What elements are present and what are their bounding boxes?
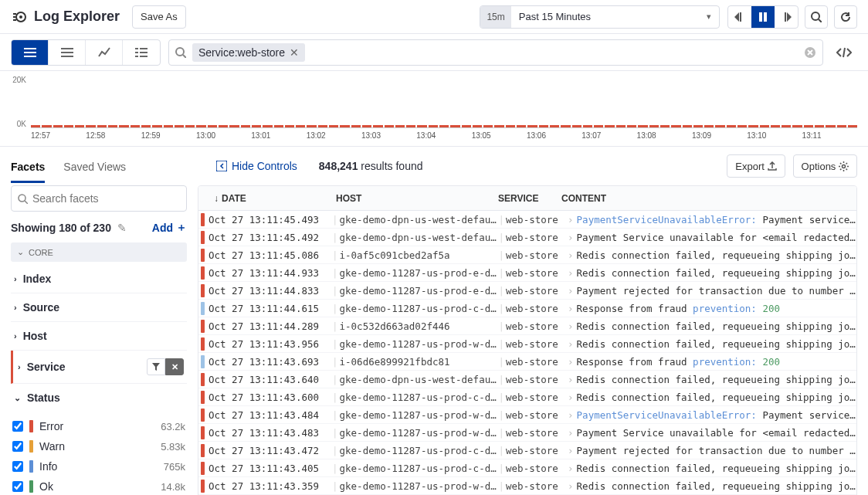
log-row[interactable]: Oct 27 13:11:43.483|gke-demo-11287-us-pr… (198, 424, 856, 442)
histogram-bar[interactable] (815, 125, 824, 127)
code-toggle-button[interactable] (831, 39, 857, 66)
histogram-bar[interactable] (329, 125, 338, 127)
histogram-bar[interactable] (450, 125, 459, 127)
log-row[interactable]: Oct 27 13:11:43.600|gke-demo-11287-us-pr… (198, 388, 856, 406)
status-checkbox[interactable] (12, 441, 23, 452)
histogram-bars[interactable] (31, 76, 857, 128)
histogram-bar[interactable] (229, 125, 239, 127)
pause-button[interactable] (751, 6, 775, 28)
histogram-bar[interactable] (340, 125, 349, 127)
facet-service[interactable]: ›Service ✕ (11, 351, 187, 384)
histogram-bar[interactable] (108, 125, 117, 127)
histogram-bar[interactable] (826, 125, 835, 127)
histogram-bar[interactable] (97, 125, 107, 127)
histogram-bar[interactable] (649, 125, 659, 127)
histogram-bar[interactable] (185, 125, 195, 127)
histogram-bar[interactable] (462, 125, 471, 127)
facet-search-input[interactable] (32, 192, 180, 205)
histogram-bar[interactable] (848, 125, 857, 127)
histogram-bar[interactable] (86, 125, 95, 127)
histogram-bar[interactable] (53, 125, 63, 127)
log-row[interactable]: Oct 27 13:11:43.484|gke-demo-11287-us-pr… (198, 406, 856, 424)
histogram-bar[interactable] (164, 125, 173, 127)
histogram-bar[interactable] (704, 125, 714, 127)
histogram-bar[interactable] (517, 125, 526, 127)
col-date[interactable]: ↓DATE (208, 193, 331, 204)
tab-facets[interactable]: Facets (11, 150, 45, 183)
log-row[interactable]: Oct 27 13:11:45.492|gke-demo-dpn-us-west… (198, 229, 856, 246)
status-checkbox[interactable] (12, 461, 23, 472)
histogram-bar[interactable] (285, 125, 294, 127)
histogram-bar[interactable] (561, 125, 570, 127)
histogram-bar[interactable] (429, 125, 438, 127)
histogram-bar[interactable] (42, 125, 51, 127)
histogram-bar[interactable] (693, 125, 703, 127)
facet-clear-button[interactable]: ✕ (165, 358, 184, 375)
col-host[interactable]: HOST (331, 193, 493, 204)
query-input[interactable] (311, 46, 798, 59)
histogram-bar[interactable] (616, 125, 626, 127)
status-item-ok[interactable]: Ok14.8k (11, 476, 187, 495)
status-checkbox[interactable] (12, 421, 23, 432)
histogram-bar[interactable] (572, 125, 581, 127)
col-content[interactable]: CONTENT (557, 193, 856, 204)
filter-pill[interactable]: Service:web-store ✕ (192, 43, 305, 62)
add-facet-button[interactable]: Add ＋ (152, 221, 187, 235)
step-back-button[interactable] (728, 6, 751, 28)
tab-saved-views[interactable]: Saved Views (63, 150, 126, 183)
histogram-bar[interactable] (274, 125, 283, 127)
histogram-bar[interactable] (219, 125, 228, 127)
step-forward-button[interactable] (775, 6, 798, 28)
histogram-bar[interactable] (307, 125, 316, 127)
col-service[interactable]: SERVICE (493, 193, 557, 204)
histogram-bar[interactable] (683, 125, 692, 127)
histogram-bar[interactable] (395, 125, 405, 127)
log-row[interactable]: Oct 27 13:11:43.472|gke-demo-11287-us-pr… (198, 442, 856, 459)
histogram-bar[interactable] (131, 125, 140, 127)
export-button[interactable]: Export (727, 154, 785, 178)
view-aggregate-button[interactable] (123, 40, 160, 65)
search-button[interactable] (805, 5, 828, 29)
facet-host[interactable]: ›Host (11, 322, 187, 351)
log-row[interactable]: Oct 27 13:11:44.833|gke-demo-11287-us-pr… (198, 282, 856, 300)
status-item-error[interactable]: Error63.2k (11, 416, 187, 436)
histogram-bar[interactable] (527, 125, 537, 127)
histogram-bar[interactable] (362, 125, 371, 127)
histogram-bar[interactable] (417, 125, 426, 127)
histogram-bar[interactable] (771, 125, 780, 127)
histogram-bar[interactable] (506, 125, 515, 127)
histogram-bar[interactable] (318, 125, 327, 127)
view-list-button[interactable] (12, 40, 49, 65)
facet-filter-button[interactable] (147, 358, 165, 375)
histogram-bar[interactable] (406, 125, 415, 127)
histogram-bar[interactable] (539, 125, 548, 127)
histogram-bar[interactable] (373, 125, 382, 127)
histogram-bar[interactable] (175, 125, 184, 127)
histogram-bar[interactable] (385, 125, 394, 127)
histogram-bar[interactable] (792, 125, 802, 127)
histogram-bar[interactable] (671, 125, 680, 127)
histogram-bar[interactable] (660, 125, 670, 127)
options-button[interactable]: Options (793, 154, 857, 178)
histogram-bar[interactable] (252, 125, 261, 127)
log-row[interactable]: Oct 27 13:11:44.615|gke-demo-11287-us-pr… (198, 300, 856, 317)
histogram-bar[interactable] (748, 125, 758, 127)
facet-index[interactable]: ›Index (11, 265, 187, 293)
log-row[interactable]: Oct 27 13:11:43.359|gke-demo-11287-us-pr… (198, 477, 856, 495)
histogram-bar[interactable] (296, 125, 305, 127)
histogram-bar[interactable] (351, 125, 361, 127)
log-row[interactable]: Oct 27 13:11:43.405|gke-demo-11287-us-pr… (198, 459, 856, 477)
log-row[interactable]: Oct 27 13:11:43.693|i-06d6e899921fbdc81|… (198, 353, 856, 371)
histogram-bar[interactable] (550, 125, 559, 127)
histogram-bar[interactable] (263, 125, 272, 127)
histogram-bar[interactable] (31, 125, 40, 127)
view-table-button[interactable] (49, 40, 86, 65)
facet-group-core[interactable]: ⌄ CORE (11, 242, 187, 262)
histogram-bar[interactable] (605, 125, 614, 127)
histogram-bar[interactable] (119, 125, 128, 127)
histogram-bar[interactable] (439, 125, 449, 127)
facet-search[interactable] (11, 185, 187, 212)
facet-status[interactable]: ⌄Status (11, 384, 187, 412)
histogram-bar[interactable] (727, 125, 736, 127)
status-item-info[interactable]: Info765k (11, 456, 187, 476)
